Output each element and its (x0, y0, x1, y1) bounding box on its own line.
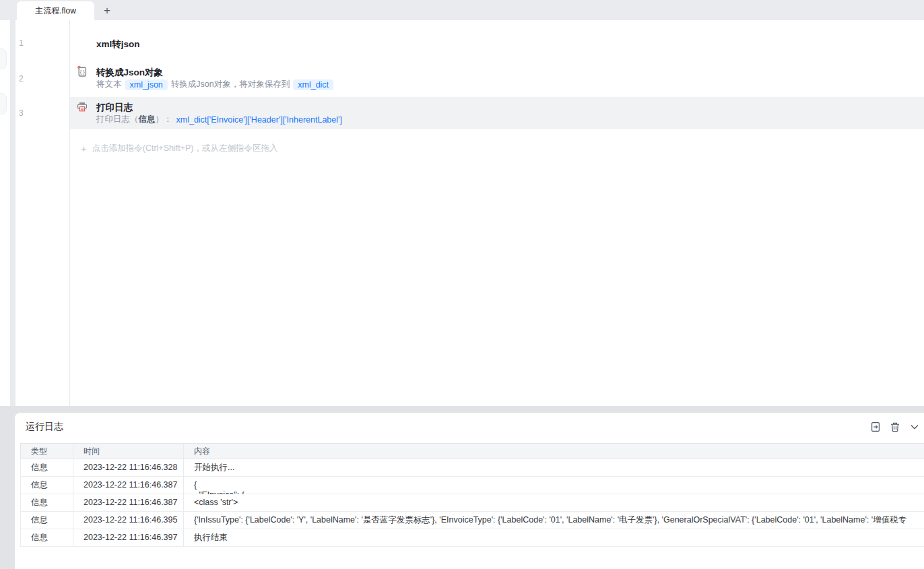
tab-label: 主流程.flow (35, 5, 76, 17)
clear-log-icon[interactable] (890, 422, 900, 432)
log-type-cell: 信息 (21, 494, 73, 511)
add-instruction-hint[interactable]: + 点击添加指令(Ctrl+Shift+P)，或从左侧指令区拖入 (81, 143, 277, 154)
desc-text: ）： (156, 114, 172, 125)
step2-title[interactable]: 转换成Json对象 (96, 67, 163, 79)
gutter-divider (69, 20, 70, 406)
log-content-line: {'InIssuType': {'LabelCode': 'Y', 'Label… (194, 512, 924, 529)
flow-editor: 123 xml转json { } 转换成Json对象 将文本 xml_json … (0, 20, 924, 406)
log-column-header: 内容 (184, 444, 924, 459)
plus-icon: + (81, 143, 87, 154)
log-type-cell: 信息 (21, 512, 73, 529)
log-content-line: <class 'str'> (194, 494, 924, 511)
variable-pill-xml-dict[interactable]: xml_dict (293, 79, 333, 90)
log-time-cell: 2023-12-22 11:16:46.328 (73, 459, 184, 476)
desc-text: 将文本 (96, 79, 122, 90)
log-content-line: 执行结束 (194, 529, 924, 546)
log-content-line: { (194, 480, 924, 490)
log-row[interactable]: 信息2023-12-22 11:16:46.387{ "EInvoice": { (20, 477, 924, 494)
run-log-title: 运行日志 (26, 421, 63, 433)
step3-title[interactable]: 打印日志 (96, 102, 133, 114)
add-hint-text: 点击添加指令(Ctrl+Shift+P)，或从左侧指令区拖入 (92, 143, 278, 154)
log-content-cell: 执行结束 (184, 529, 924, 546)
log-type-cell: 信息 (21, 529, 73, 546)
run-log-actions (870, 422, 920, 432)
left-panel-edge-card (0, 93, 7, 114)
log-row[interactable]: 信息2023-12-22 11:16:46.328开始执行... (20, 459, 924, 477)
log-content-line: 开始执行... (194, 459, 924, 476)
log-time-cell: 2023-12-22 11:16:46.395 (73, 512, 184, 529)
tab-main-flow[interactable]: 主流程.flow (17, 1, 94, 20)
step2-description: 将文本 xml_json 转换成Json对象，将对象保存到 xml_dict (96, 79, 333, 90)
log-column-header: 时间 (73, 444, 184, 459)
plus-icon: + (104, 5, 110, 16)
log-type-cell: 信息 (21, 459, 73, 476)
log-table: 类型时间内容 信息2023-12-22 11:16:46.328开始执行...信… (20, 443, 924, 547)
log-row[interactable]: 信息2023-12-22 11:16:46.387<class 'str'> (20, 494, 924, 512)
json-convert-icon: { } (76, 65, 88, 77)
log-row[interactable]: 信息2023-12-22 11:16:46.395{'InIssuType': … (20, 512, 924, 529)
left-panel-edge-card (0, 48, 7, 69)
add-tab-button[interactable]: + (98, 2, 116, 18)
log-table-header: 类型时间内容 (20, 443, 924, 459)
desc-text: 转换成Json对象，将对象保存到 (171, 79, 290, 90)
log-content-cell: { "EInvoice": { (184, 477, 924, 494)
run-log-panel: 运行日志 类型时间内容 信息2023-12-22 11: (15, 413, 924, 569)
line-number: 3 (19, 108, 30, 118)
step3-description: 打印日志（信息）：xml_dict['EInvoice']['Header'][… (96, 114, 342, 125)
collapse-panel-icon[interactable] (909, 422, 920, 432)
log-time-cell: 2023-12-22 11:16:46.397 (73, 529, 184, 546)
log-row[interactable]: 信息2023-12-22 11:16:46.397执行结束 (20, 529, 924, 547)
step-group-title[interactable]: xml转json (96, 38, 140, 51)
editor-left-strip (10, 20, 15, 406)
log-time-cell: 2023-12-22 11:16:46.387 (73, 477, 184, 494)
line-number: 2 (19, 74, 30, 83)
log-expression[interactable]: xml_dict['EInvoice']['Header']['Inherent… (176, 115, 342, 125)
tab-bar: 主流程.flow + (0, 0, 924, 20)
log-type-cell: 信息 (21, 477, 73, 494)
log-table-body: 信息2023-12-22 11:16:46.328开始执行...信息2023-1… (20, 459, 924, 547)
svg-text:{ }: { } (80, 69, 86, 75)
print-log-icon (76, 101, 88, 113)
variable-pill-xml-json[interactable]: xml_json (125, 79, 168, 90)
log-content-cell: {'InIssuType': {'LabelCode': 'Y', 'Label… (184, 512, 924, 529)
line-number: 1 (19, 38, 30, 48)
log-column-header: 类型 (21, 444, 73, 459)
export-log-icon[interactable] (870, 422, 881, 432)
log-time-cell: 2023-12-22 11:16:46.387 (73, 494, 184, 511)
log-level-text: 信息 (139, 114, 156, 125)
log-content-cell: 开始执行... (184, 459, 924, 476)
log-content-cell: <class 'str'> (184, 494, 924, 511)
desc-text: 打印日志（ (96, 114, 139, 125)
